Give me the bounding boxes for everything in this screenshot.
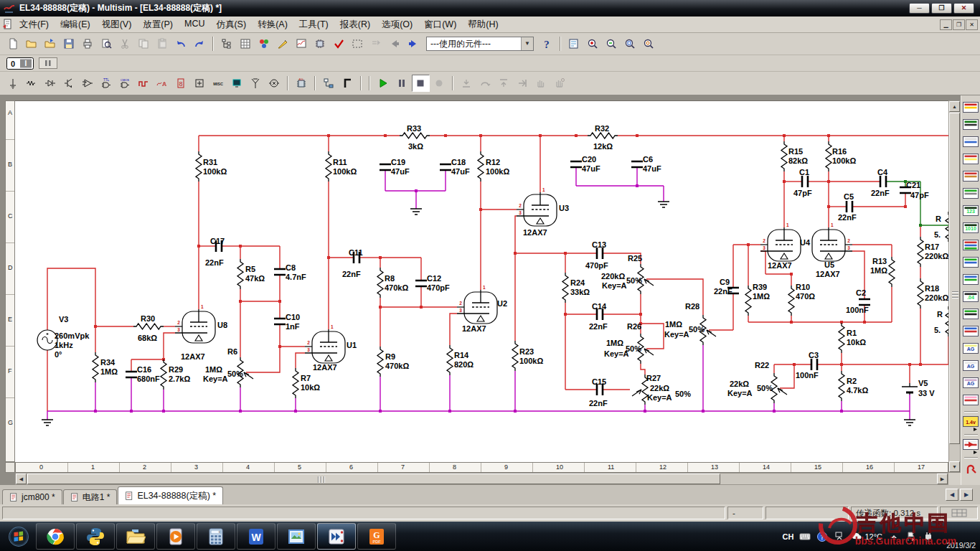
power-group-button[interactable] xyxy=(191,75,209,92)
scroll-up-button[interactable]: ▲ xyxy=(949,101,960,112)
chevron-tray-icon[interactable] xyxy=(834,531,845,542)
scroll-left-button[interactable]: ◀ xyxy=(16,474,27,484)
component-C2[interactable] xyxy=(859,299,870,305)
component-U1[interactable]: 123 xyxy=(305,324,345,363)
mdi-close[interactable]: ✕ xyxy=(966,19,978,30)
menu-item-9[interactable]: 报表(R) xyxy=(334,17,376,33)
spectrum-analyzer-button[interactable] xyxy=(962,306,980,322)
zoom-area-button[interactable] xyxy=(621,35,639,52)
component-R12[interactable] xyxy=(478,151,484,182)
component-R1[interactable] xyxy=(839,323,844,353)
new-button[interactable] xyxy=(4,35,22,52)
wps-writer-taskbar-button[interactable]: W xyxy=(237,523,275,550)
spreadsheet-view-button[interactable] xyxy=(237,35,255,52)
file-explorer-taskbar-button[interactable] xyxy=(116,523,155,550)
undo-button[interactable] xyxy=(172,35,190,52)
source-group-button[interactable] xyxy=(4,75,22,92)
language-indicator[interactable]: CH xyxy=(783,532,794,541)
horizontal-scroll-thumb[interactable] xyxy=(27,474,720,484)
component-R34[interactable] xyxy=(93,352,98,382)
iv-analyzer-button[interactable] xyxy=(962,272,980,288)
mdi-minimize[interactable]: ▁ xyxy=(940,19,952,30)
component-C20[interactable] xyxy=(570,161,582,167)
component-R33[interactable] xyxy=(400,133,430,138)
component-R24[interactable] xyxy=(562,273,568,303)
redo-button[interactable] xyxy=(191,35,209,52)
record-button[interactable] xyxy=(430,75,448,92)
menu-item-7[interactable]: 转换(A) xyxy=(252,17,293,33)
mcu-module-button[interactable]: ADL xyxy=(293,75,311,92)
menu-item-6[interactable]: 仿真(S) xyxy=(210,17,252,33)
component-R14[interactable] xyxy=(447,345,453,375)
misc-digital-group-button[interactable] xyxy=(135,75,153,92)
menu-item-12[interactable]: 帮助(H) xyxy=(462,17,504,33)
component-R16[interactable] xyxy=(826,141,831,171)
component-R18[interactable] xyxy=(918,278,923,309)
power-tray-icon[interactable] xyxy=(923,531,934,542)
component-R31[interactable] xyxy=(196,151,202,182)
component-C12[interactable] xyxy=(415,281,427,286)
network-analyzer-button[interactable] xyxy=(962,324,980,339)
function-generator-button[interactable] xyxy=(962,117,980,133)
pause-rocker-switch[interactable] xyxy=(37,55,60,72)
scroll-down-button[interactable]: ▼ xyxy=(949,461,960,472)
schematic-area[interactable]: 123123123123123123V3260mVpk1kHz0°R3068kΩ… xyxy=(15,100,948,462)
minimize-button[interactable]: ─ xyxy=(909,3,930,14)
sheet-tab-3[interactable]: EL34-88888(定稿) * xyxy=(118,486,223,504)
component-U8[interactable]: 123 xyxy=(175,304,215,343)
component-R17[interactable] xyxy=(918,237,923,267)
component-C19[interactable] xyxy=(380,164,391,170)
component-R23[interactable] xyxy=(512,341,518,371)
tab-scroll-right-button[interactable]: ▶ xyxy=(960,489,973,501)
help-tray-icon[interactable]: ? xyxy=(816,531,828,542)
zoom-in-button[interactable] xyxy=(584,35,602,52)
bus-button[interactable] xyxy=(339,75,357,92)
database-manager-button[interactable] xyxy=(255,35,273,52)
indicator-group-button[interactable]: 8 xyxy=(172,75,190,92)
component-U2[interactable]: 123 xyxy=(457,285,497,324)
agilent-oscilloscope-button[interactable]: AG xyxy=(962,375,980,391)
hand-breakpoint-button[interactable] xyxy=(551,75,569,92)
agilent-multimeter-button[interactable]: AG xyxy=(962,358,980,374)
run-button[interactable] xyxy=(374,75,392,92)
component-R11[interactable] xyxy=(326,151,331,182)
component-C16[interactable] xyxy=(126,372,137,377)
dropdown-arrow-icon[interactable]: ▼ xyxy=(521,37,533,50)
menu-item-8[interactable]: 工具(T) xyxy=(293,17,334,33)
electromechanical-group-button[interactable] xyxy=(265,75,283,92)
current-clamp-button[interactable] xyxy=(962,461,980,477)
vertical-scrollbar[interactable]: ▲▼ xyxy=(948,100,961,473)
back-button[interactable] xyxy=(386,35,404,52)
misc-group-button[interactable]: MISC xyxy=(209,75,227,92)
run-rocker-switch[interactable]: 0I xyxy=(4,55,36,72)
ttl-group-button[interactable]: TTL xyxy=(98,75,116,92)
analog-group-button[interactable] xyxy=(79,75,97,92)
step-over-button[interactable] xyxy=(476,75,494,92)
component-R5[interactable] xyxy=(237,259,243,289)
calculator-taskbar-button[interactable]: 0 xyxy=(197,523,235,550)
measurement-probe-button[interactable]: 1.4v xyxy=(962,415,980,431)
sheet-tab-1[interactable]: jcm800 * xyxy=(2,489,62,504)
foxit-pdf-taskbar-button[interactable]: GPDF xyxy=(357,523,396,550)
word-generator-button[interactable]: 1010 xyxy=(962,220,980,236)
menu-item-10[interactable]: 选项(O) xyxy=(376,17,418,33)
weather-indicator[interactable]: 12°C xyxy=(851,531,882,542)
component-R29[interactable] xyxy=(161,359,166,390)
component-R8[interactable] xyxy=(377,268,383,298)
zoom-fit-button[interactable] xyxy=(640,35,658,52)
capture-area-button[interactable] xyxy=(349,35,367,52)
oscilloscope-button[interactable] xyxy=(962,151,980,167)
step-into-button[interactable] xyxy=(458,75,476,92)
transistor-group-button[interactable] xyxy=(60,75,78,92)
forward-button[interactable] xyxy=(405,35,423,52)
menu-item-5[interactable]: MCU xyxy=(179,17,210,33)
frequency-counter-button[interactable]: 123 xyxy=(962,203,980,219)
menu-item-4[interactable]: 放置(P) xyxy=(137,17,179,33)
component-C1[interactable] xyxy=(802,176,808,187)
horizontal-scrollbar[interactable]: ◀▶ xyxy=(15,473,948,485)
tab-scroll-left-button[interactable]: ◀ xyxy=(946,489,958,501)
component-R9[interactable] xyxy=(377,347,383,377)
component-U5[interactable]: 123 xyxy=(812,222,852,261)
keyboard-tray-icon[interactable] xyxy=(799,531,811,542)
component-R10[interactable] xyxy=(788,286,794,316)
